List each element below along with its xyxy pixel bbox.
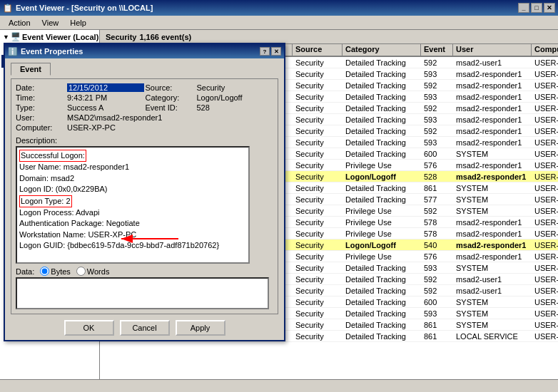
cell-source: Security <box>293 287 343 295</box>
col-header-source[interactable]: Source <box>293 44 343 56</box>
description-content: Successful Logon: User Name: msad2-respo… <box>19 150 246 252</box>
title-bar: 📋 Event Viewer - [Security on \\LOCAL] _… <box>0 0 558 16</box>
cell-computer: USER-XP-PC <box>532 70 558 78</box>
cell-category: Detailed Tracking <box>343 81 421 90</box>
user-value: MSAD2\msad2-responder1 <box>67 113 273 122</box>
apply-button[interactable]: Apply <box>176 320 225 336</box>
cell-category: Logon/Logoff <box>343 172 421 181</box>
bytes-radio-label[interactable]: Bytes <box>40 267 71 276</box>
tab-event[interactable]: Event <box>11 63 51 76</box>
bytes-radio[interactable] <box>40 267 49 276</box>
cell-event: 578 <box>421 218 453 227</box>
col-header-user[interactable]: User <box>453 44 532 56</box>
cell-computer: USER-XP-PC <box>532 161 558 170</box>
cell-category: Privilege Use <box>343 218 421 227</box>
description-line: Authentication Package: Negotiate <box>19 218 246 229</box>
cell-source: Security <box>293 332 343 341</box>
cell-computer: USER-XP-PC <box>532 275 558 284</box>
cell-computer: USER-XP-PC <box>532 309 558 318</box>
cell-event: 600 <box>421 150 453 158</box>
col-header-category[interactable]: Category <box>343 44 421 56</box>
event-id-label: Event ID: <box>146 103 196 112</box>
cell-event: 592 <box>421 127 453 135</box>
cell-source: Security <box>293 70 343 78</box>
tree-root[interactable]: ▼ 🖥️ Event Viewer (Local) <box>1 31 98 42</box>
category-label: Category: <box>146 93 196 102</box>
description-line: Logon Type: 2 <box>19 195 246 207</box>
window-title: Event Viewer - [Security on \\LOCAL] <box>16 4 153 12</box>
tree-root-label: Event Viewer (Local) <box>22 33 98 41</box>
cell-computer: USER-XP-PC <box>532 298 558 306</box>
close-button[interactable]: ✕ <box>544 3 555 13</box>
cell-computer: USER-XP-PC <box>532 150 558 158</box>
cell-computer: USER-XP-PC <box>532 172 558 181</box>
cell-user: SYSTEM <box>453 207 532 215</box>
cell-user: msad2-responder1 <box>453 138 532 147</box>
dialog-close-button[interactable]: ✕ <box>271 47 281 56</box>
cell-source: Security <box>293 298 343 306</box>
menu-help[interactable]: Help <box>64 17 92 29</box>
computer-value: USER-XP-PC <box>67 123 273 132</box>
cell-user: msad2-responder1 <box>453 172 532 181</box>
maximize-button[interactable]: □ <box>531 3 542 13</box>
user-label: User: <box>16 113 66 122</box>
cell-user: msad2-responder1 <box>453 252 532 261</box>
cancel-button[interactable]: Cancel <box>120 320 170 336</box>
cell-event: 593 <box>421 264 453 272</box>
cell-user: SYSTEM <box>453 309 532 318</box>
cell-user: msad2-responder1 <box>453 93 532 101</box>
cell-source: Security <box>293 195 343 204</box>
cell-event: 593 <box>421 70 453 78</box>
menu-action[interactable]: Action <box>3 17 36 29</box>
cell-category: Detailed Tracking <box>343 195 421 204</box>
description-line: Domain: msad2 <box>19 173 246 184</box>
cell-event: 540 <box>421 241 453 249</box>
cell-source: Security <box>293 93 343 101</box>
minimize-button[interactable]: _ <box>518 3 529 13</box>
cell-user: msad2-responder1 <box>453 229 532 238</box>
description-line: Successful Logon: <box>19 150 246 162</box>
cell-user: msad2-responder1 <box>453 81 532 90</box>
cell-source: Security <box>293 309 343 318</box>
event-properties-dialog: ℹ️ Event Properties ? ✕ Event Date: 12/1… <box>4 43 285 341</box>
cell-user: msad2-responder1 <box>453 241 532 249</box>
cell-user: LOCAL SERVICE <box>453 332 532 341</box>
cell-event: 592 <box>421 104 453 113</box>
description-box[interactable]: Successful Logon: User Name: msad2-respo… <box>16 146 250 264</box>
cell-source: Security <box>293 207 343 215</box>
cell-event: 592 <box>421 275 453 284</box>
date-label: Date: <box>16 83 66 92</box>
description-line: Logon Process: Advapi <box>19 207 246 218</box>
cell-source: Security <box>293 104 343 113</box>
dialog-help-button[interactable]: ? <box>260 47 270 56</box>
cell-category: Detailed Tracking <box>343 138 421 147</box>
cell-computer: USER-XP-PC <box>532 195 558 204</box>
cell-category: Privilege Use <box>343 207 421 215</box>
cell-category: Detailed Tracking <box>343 298 421 306</box>
cell-source: Security <box>293 241 343 249</box>
words-radio[interactable] <box>76 267 86 276</box>
col-header-computer[interactable]: Computer <box>532 44 558 56</box>
cell-user: SYSTEM <box>453 184 532 192</box>
col-header-event[interactable]: Event <box>421 44 453 56</box>
cell-source: Security <box>293 184 343 192</box>
cell-source: Security <box>293 264 343 272</box>
words-radio-label[interactable]: Words <box>76 267 110 276</box>
cell-source: Security <box>293 229 343 238</box>
menu-view[interactable]: View <box>36 17 65 29</box>
cell-source: Security <box>293 252 343 261</box>
cell-category: Privilege Use <box>343 229 421 238</box>
ok-button[interactable]: OK <box>64 320 114 336</box>
cell-computer: USER-XP-PC <box>532 252 558 261</box>
cell-computer: USER-XP-PC <box>532 241 558 249</box>
cell-source: Security <box>293 161 343 170</box>
event-id-value: 528 <box>197 103 274 112</box>
cell-user: msad2-responder1 <box>453 127 532 135</box>
tree-root-icon: 🖥️ <box>11 32 21 41</box>
cell-source: Security <box>293 172 343 181</box>
cell-category: Privilege Use <box>343 161 421 170</box>
data-input-box[interactable] <box>16 277 269 309</box>
cell-category: Detailed Tracking <box>343 332 421 341</box>
cell-computer: USER-XP-PC <box>532 93 558 101</box>
cell-category: Detailed Tracking <box>343 150 421 158</box>
